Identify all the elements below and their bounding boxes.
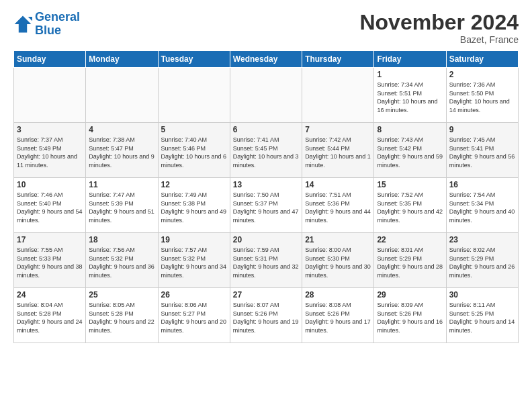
day-number: 14 [305, 180, 371, 189]
table-row: 19Sunrise: 7:57 AM Sunset: 5:32 PM Dayli… [158, 233, 230, 288]
table-row [302, 68, 374, 123]
day-info: Sunrise: 7:41 AM Sunset: 5:45 PM Dayligh… [233, 136, 299, 169]
header-friday: Friday [374, 51, 446, 68]
day-info: Sunrise: 8:11 AM Sunset: 5:25 PM Dayligh… [449, 301, 515, 334]
calendar-week-row: 17Sunrise: 7:55 AM Sunset: 5:33 PM Dayli… [14, 233, 519, 288]
table-row: 15Sunrise: 7:52 AM Sunset: 5:35 PM Dayli… [374, 178, 446, 233]
day-number: 17 [17, 235, 83, 244]
day-info: Sunrise: 8:02 AM Sunset: 5:29 PM Dayligh… [449, 246, 515, 279]
logo-line1: General [35, 10, 80, 24]
day-info: Sunrise: 8:05 AM Sunset: 5:28 PM Dayligh… [89, 301, 154, 334]
table-row: 17Sunrise: 7:55 AM Sunset: 5:33 PM Dayli… [14, 233, 86, 288]
svg-marker-0 [15, 15, 32, 32]
day-info: Sunrise: 8:09 AM Sunset: 5:26 PM Dayligh… [377, 301, 443, 334]
header-sunday: Sunday [14, 51, 86, 68]
day-number: 6 [233, 125, 299, 134]
table-row: 5Sunrise: 7:40 AM Sunset: 5:46 PM Daylig… [158, 123, 230, 178]
calendar-week-row: 1Sunrise: 7:34 AM Sunset: 5:51 PM Daylig… [14, 68, 519, 123]
header-thursday: Thursday [302, 51, 374, 68]
table-row: 26Sunrise: 8:06 AM Sunset: 5:27 PM Dayli… [158, 288, 230, 343]
table-row: 23Sunrise: 8:02 AM Sunset: 5:29 PM Dayli… [446, 233, 518, 288]
header-wednesday: Wednesday [230, 51, 302, 68]
table-row: 3Sunrise: 7:37 AM Sunset: 5:49 PM Daylig… [14, 123, 86, 178]
day-number: 2 [449, 70, 515, 79]
table-row: 16Sunrise: 7:54 AM Sunset: 5:34 PM Dayli… [446, 178, 518, 233]
day-info: Sunrise: 7:49 AM Sunset: 5:38 PM Dayligh… [161, 191, 227, 224]
calendar-header-row: Sunday Monday Tuesday Wednesday Thursday… [14, 51, 519, 68]
day-info: Sunrise: 7:36 AM Sunset: 5:50 PM Dayligh… [449, 81, 515, 114]
table-row [14, 68, 86, 123]
table-row [230, 68, 302, 123]
day-info: Sunrise: 7:55 AM Sunset: 5:33 PM Dayligh… [17, 246, 83, 279]
day-number: 25 [89, 290, 154, 300]
day-number: 20 [233, 235, 299, 244]
day-info: Sunrise: 7:40 AM Sunset: 5:46 PM Dayligh… [161, 136, 227, 169]
day-number: 10 [17, 180, 83, 189]
day-info: Sunrise: 7:54 AM Sunset: 5:34 PM Dayligh… [449, 191, 515, 224]
calendar-week-row: 10Sunrise: 7:46 AM Sunset: 5:40 PM Dayli… [14, 178, 519, 233]
table-row: 10Sunrise: 7:46 AM Sunset: 5:40 PM Dayli… [14, 178, 86, 233]
page: General Blue November 2024 Bazet, France… [0, 0, 532, 351]
table-row: 4Sunrise: 7:38 AM Sunset: 5:47 PM Daylig… [86, 123, 158, 178]
table-row: 21Sunrise: 8:00 AM Sunset: 5:30 PM Dayli… [302, 233, 374, 288]
day-info: Sunrise: 7:37 AM Sunset: 5:49 PM Dayligh… [17, 136, 83, 169]
day-info: Sunrise: 7:56 AM Sunset: 5:32 PM Dayligh… [89, 246, 154, 279]
table-row [86, 68, 158, 123]
day-number: 28 [305, 290, 371, 300]
day-number: 23 [449, 235, 515, 244]
table-row: 20Sunrise: 7:59 AM Sunset: 5:31 PM Dayli… [230, 233, 302, 288]
day-number: 24 [17, 290, 83, 300]
table-row: 8Sunrise: 7:43 AM Sunset: 5:42 PM Daylig… [374, 123, 446, 178]
day-number: 26 [161, 290, 227, 300]
table-row: 9Sunrise: 7:45 AM Sunset: 5:41 PM Daylig… [446, 123, 518, 178]
table-row: 29Sunrise: 8:09 AM Sunset: 5:26 PM Dayli… [374, 288, 446, 343]
day-number: 5 [161, 125, 227, 134]
day-number: 15 [377, 180, 443, 189]
day-number: 27 [233, 290, 299, 300]
day-info: Sunrise: 7:57 AM Sunset: 5:32 PM Dayligh… [161, 246, 227, 279]
day-number: 21 [305, 235, 371, 244]
day-info: Sunrise: 7:50 AM Sunset: 5:37 PM Dayligh… [233, 191, 299, 224]
day-number: 22 [377, 235, 443, 244]
header: General Blue November 2024 Bazet, France [13, 11, 519, 45]
table-row: 13Sunrise: 7:50 AM Sunset: 5:37 PM Dayli… [230, 178, 302, 233]
table-row: 1Sunrise: 7:34 AM Sunset: 5:51 PM Daylig… [374, 68, 446, 123]
day-number: 16 [449, 180, 515, 189]
day-info: Sunrise: 7:42 AM Sunset: 5:44 PM Dayligh… [305, 136, 371, 169]
day-number: 8 [377, 125, 443, 134]
table-row: 14Sunrise: 7:51 AM Sunset: 5:36 PM Dayli… [302, 178, 374, 233]
table-row: 22Sunrise: 8:01 AM Sunset: 5:29 PM Dayli… [374, 233, 446, 288]
table-row: 11Sunrise: 7:47 AM Sunset: 5:39 PM Dayli… [86, 178, 158, 233]
logo: General Blue [13, 11, 80, 38]
table-row: 18Sunrise: 7:56 AM Sunset: 5:32 PM Dayli… [86, 233, 158, 288]
svg-marker-1 [28, 17, 32, 21]
day-info: Sunrise: 7:52 AM Sunset: 5:35 PM Dayligh… [377, 191, 443, 224]
day-info: Sunrise: 8:08 AM Sunset: 5:26 PM Dayligh… [305, 301, 371, 334]
header-monday: Monday [86, 51, 158, 68]
table-row: 7Sunrise: 7:42 AM Sunset: 5:44 PM Daylig… [302, 123, 374, 178]
day-number: 11 [89, 180, 154, 189]
table-row: 30Sunrise: 8:11 AM Sunset: 5:25 PM Dayli… [446, 288, 518, 343]
logo-text: General Blue [35, 11, 80, 38]
table-row [158, 68, 230, 123]
day-number: 18 [89, 235, 154, 244]
day-info: Sunrise: 7:47 AM Sunset: 5:39 PM Dayligh… [89, 191, 154, 224]
month-title: November 2024 [359, 11, 519, 34]
calendar-week-row: 24Sunrise: 8:04 AM Sunset: 5:28 PM Dayli… [14, 288, 519, 343]
table-row: 25Sunrise: 8:05 AM Sunset: 5:28 PM Dayli… [86, 288, 158, 343]
day-info: Sunrise: 8:00 AM Sunset: 5:30 PM Dayligh… [305, 246, 371, 279]
calendar-week-row: 3Sunrise: 7:37 AM Sunset: 5:49 PM Daylig… [14, 123, 519, 178]
day-number: 1 [377, 70, 443, 79]
table-row: 24Sunrise: 8:04 AM Sunset: 5:28 PM Dayli… [14, 288, 86, 343]
day-number: 7 [305, 125, 371, 134]
calendar-table: Sunday Monday Tuesday Wednesday Thursday… [13, 50, 519, 343]
table-row: 28Sunrise: 8:08 AM Sunset: 5:26 PM Dayli… [302, 288, 374, 343]
day-info: Sunrise: 8:06 AM Sunset: 5:27 PM Dayligh… [161, 301, 227, 334]
day-number: 9 [449, 125, 515, 134]
table-row: 2Sunrise: 7:36 AM Sunset: 5:50 PM Daylig… [446, 68, 518, 123]
day-info: Sunrise: 7:46 AM Sunset: 5:40 PM Dayligh… [17, 191, 83, 224]
title-block: November 2024 Bazet, France [359, 11, 519, 45]
day-number: 30 [449, 290, 515, 300]
day-info: Sunrise: 7:59 AM Sunset: 5:31 PM Dayligh… [233, 246, 299, 279]
day-info: Sunrise: 7:45 AM Sunset: 5:41 PM Dayligh… [449, 136, 515, 169]
